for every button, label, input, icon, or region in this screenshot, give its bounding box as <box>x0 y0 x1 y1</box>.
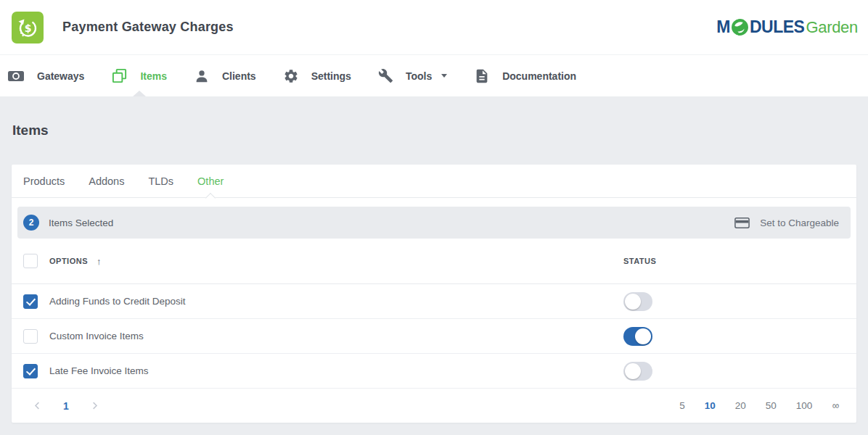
nav-item-clients[interactable]: Clients <box>194 55 256 96</box>
modulesgarden-logo: M DULES Garden <box>716 17 858 37</box>
next-page-button[interactable] <box>89 400 100 411</box>
set-to-chargeable-button[interactable]: Set to Chargeable <box>734 215 839 231</box>
caret-down-icon <box>441 74 447 78</box>
nav-label: Tools <box>406 70 432 82</box>
page-size-option[interactable]: 10 <box>705 400 716 411</box>
current-page-number[interactable]: 1 <box>63 400 69 412</box>
app-header: $ Payment Gateway Charges M DULES Garden <box>0 0 868 55</box>
tab-label: Addons <box>89 175 124 187</box>
credit-card-icon <box>734 215 750 231</box>
tab-label: Products <box>23 175 65 187</box>
active-nav-caret <box>133 91 146 96</box>
table-row: Late Fee Invoice Items <box>12 354 856 389</box>
content-area: Items Products Addons TLDs Other 2 <box>0 123 868 423</box>
nav-item-items[interactable]: Items <box>111 55 167 96</box>
nav-label: Settings <box>311 70 351 82</box>
copy-squares-icon <box>111 67 128 84</box>
main-nav: Gateways Items Clients Settings <box>0 55 868 96</box>
globe-icon <box>731 18 749 36</box>
select-all-checkbox[interactable] <box>23 254 38 268</box>
tab-other[interactable]: Other <box>197 165 224 197</box>
row-label: Adding Funds to Credit Deposit <box>49 296 186 307</box>
logo-m: M <box>716 17 730 37</box>
nav-item-gateways[interactable]: Gateways <box>7 55 84 96</box>
document-icon <box>474 68 490 84</box>
person-icon <box>194 68 210 84</box>
status-toggle[interactable] <box>623 362 652 381</box>
tab-label: TLDs <box>148 175 173 187</box>
nav-label: Items <box>140 70 167 82</box>
payment-card-icon <box>7 67 25 85</box>
svg-text:$: $ <box>25 22 32 34</box>
column-header-status: STATUS <box>623 257 656 265</box>
table-row: Adding Funds to Credit Deposit <box>12 284 856 319</box>
table-header: OPTIONS ↑ STATUS <box>12 239 856 284</box>
row-checkbox[interactable] <box>23 364 38 378</box>
selection-bar: 2 Items Selected Set to Chargeable <box>17 207 851 239</box>
page-size-option[interactable]: 5 <box>679 400 685 411</box>
row-checkbox[interactable] <box>23 329 38 344</box>
tab-products[interactable]: Products <box>23 165 65 197</box>
page-size-option[interactable]: 50 <box>766 400 777 411</box>
tab-bar: Products Addons TLDs Other <box>12 165 856 198</box>
nav-item-documentation[interactable]: Documentation <box>474 55 576 96</box>
nav-label: Documentation <box>502 70 576 82</box>
tab-tlds[interactable]: TLDs <box>148 165 173 197</box>
selection-label: Items Selected <box>49 218 113 228</box>
nav-item-settings[interactable]: Settings <box>283 55 351 96</box>
selected-count-badge: 2 <box>23 215 39 231</box>
page-size-selector: 5 10 20 50 100 ∞ <box>679 400 839 411</box>
gear-icon <box>283 68 299 84</box>
page-size-option-infinity[interactable]: ∞ <box>832 400 839 411</box>
chevron-right-icon <box>89 400 100 411</box>
status-toggle[interactable] <box>623 327 652 346</box>
nav-label: Gateways <box>37 70 84 82</box>
sort-ascending-icon[interactable]: ↑ <box>97 256 102 267</box>
wrench-icon <box>378 68 393 83</box>
toggle-knob <box>635 328 651 344</box>
pagination-bar: 1 5 10 20 50 100 ∞ <box>12 389 856 423</box>
table-row: Custom Invoice Items <box>12 319 856 354</box>
action-label: Set to Chargeable <box>760 218 839 228</box>
page-size-option[interactable]: 100 <box>796 400 813 411</box>
dollar-refresh-icon: $ <box>12 12 44 44</box>
page-title: Items <box>12 123 856 138</box>
column-header-options[interactable]: OPTIONS <box>49 257 88 265</box>
tab-label: Other <box>197 175 224 187</box>
toggle-knob <box>625 363 641 379</box>
active-tab-caret <box>205 193 216 203</box>
status-toggle[interactable] <box>623 292 652 311</box>
row-label: Late Fee Invoice Items <box>49 365 149 376</box>
prev-page-button[interactable] <box>32 400 43 411</box>
toggle-knob <box>625 294 641 310</box>
logo-garden: Garden <box>806 18 858 37</box>
row-checkbox[interactable] <box>23 294 38 309</box>
chevron-left-icon <box>32 400 43 411</box>
page-heading: Payment Gateway Charges <box>62 20 234 35</box>
items-card: Products Addons TLDs Other 2 Items Selec… <box>12 165 856 423</box>
logo-dules: DULES <box>750 17 804 37</box>
nav-label: Clients <box>222 70 256 82</box>
nav-item-tools[interactable]: Tools <box>378 55 447 96</box>
row-label: Custom Invoice Items <box>49 331 144 341</box>
tab-addons[interactable]: Addons <box>89 165 124 197</box>
page-size-option[interactable]: 20 <box>735 400 746 411</box>
